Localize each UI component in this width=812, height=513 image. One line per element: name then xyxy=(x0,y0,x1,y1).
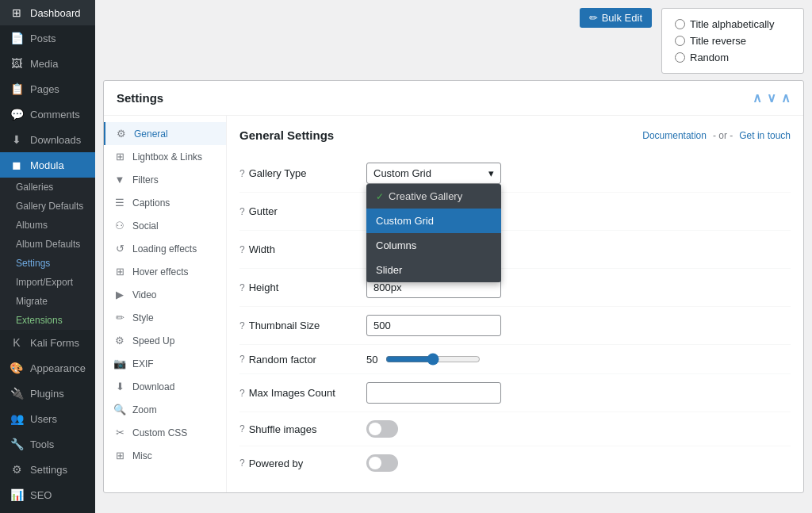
nav-misc-label: Misc xyxy=(132,450,152,461)
radio-title-reverse[interactable]: Title reverse xyxy=(675,35,791,47)
submenu-galleries[interactable]: Galleries xyxy=(0,178,95,197)
gutter-label-text: Gutter xyxy=(249,205,278,217)
radio-title-alpha-input[interactable] xyxy=(675,19,685,29)
powered-by-toggle[interactable] xyxy=(366,454,398,472)
radio-random[interactable]: Random xyxy=(675,52,791,63)
nav-hover[interactable]: ⊞ Hover effects xyxy=(104,260,226,283)
nav-speed[interactable]: ⚙ Speed Up xyxy=(104,329,226,352)
random-factor-help-icon[interactable]: ? xyxy=(239,354,245,365)
users-icon: 👥 xyxy=(10,412,24,425)
random-factor-slider-container: 50 xyxy=(366,353,481,366)
gallery-type-dropdown-menu: ✓ Creative Gallery Custom Grid Columns S… xyxy=(366,184,501,282)
radio-title-alpha-label: Title alphabetically xyxy=(690,18,774,30)
sidebar-item-settings[interactable]: ⚙ Settings xyxy=(0,457,95,482)
shuffle-images-label: ? Shuffle images xyxy=(239,423,366,435)
bulk-edit-button[interactable]: ✏ Bulk Edit xyxy=(580,8,652,28)
settings-content: General Settings Documentation - or - Ge… xyxy=(227,116,803,492)
dropdown-slider[interactable]: Slider xyxy=(366,258,501,282)
misc-icon: ⊞ xyxy=(113,450,126,461)
nav-captions[interactable]: ☰ Captions xyxy=(104,191,226,214)
custom-css-icon: ✂ xyxy=(113,427,126,438)
get-in-touch-link[interactable]: Get in touch xyxy=(739,130,791,141)
sidebar-item-modula[interactable]: ◼ Modula xyxy=(0,152,95,178)
powered-by-help-icon[interactable]: ? xyxy=(239,457,245,469)
nav-download[interactable]: ⬇ Download xyxy=(104,375,226,398)
seo-icon: 📊 xyxy=(10,488,24,501)
settings-label: Settings xyxy=(16,258,50,269)
download-icon: ⬇ xyxy=(113,381,126,392)
radio-random-input[interactable] xyxy=(675,52,685,63)
seo-label: SEO xyxy=(30,489,52,501)
chevron-down-icon[interactable]: ∨ xyxy=(767,90,776,105)
sidebar-item-kali-forms[interactable]: K Kali Forms xyxy=(0,330,95,355)
max-images-help-icon[interactable]: ? xyxy=(239,388,245,399)
nav-social-label: Social xyxy=(132,220,159,232)
random-factor-slider[interactable] xyxy=(385,353,481,366)
extensions-label: Extensions xyxy=(16,315,63,326)
sidebar-item-users[interactable]: 👥 Users xyxy=(0,406,95,431)
submenu-import-export[interactable]: Import/Export xyxy=(0,273,95,292)
settings-main-icon: ⚙ xyxy=(10,463,24,476)
sidebar-item-pages[interactable]: 📋 Pages xyxy=(0,76,95,101)
nav-social[interactable]: ⚇ Social xyxy=(104,214,226,237)
dropdown-columns[interactable]: Columns xyxy=(366,233,501,258)
radio-title-reverse-input[interactable] xyxy=(675,36,685,46)
sidebar-item-dashboard[interactable]: ⊞ Dashboard xyxy=(0,0,95,25)
nav-lightbox[interactable]: ⊞ Lightbox & Links xyxy=(104,145,226,168)
expand-icon[interactable]: ∧ xyxy=(781,90,791,105)
sidebar-label-dashboard: Dashboard xyxy=(30,7,81,19)
sidebar-item-appearance[interactable]: 🎨 Appearance xyxy=(0,355,95,381)
posts-icon: 📄 xyxy=(10,32,24,44)
width-help-icon[interactable]: ? xyxy=(239,244,245,255)
random-factor-value: 50 xyxy=(366,354,377,366)
sidebar-item-seo[interactable]: 📊 SEO xyxy=(0,482,95,507)
radio-title-alpha[interactable]: Title alphabetically xyxy=(675,18,791,30)
gutter-help-icon[interactable]: ? xyxy=(239,206,245,217)
nav-loading[interactable]: ↺ Loading effects xyxy=(104,237,226,260)
nav-filters[interactable]: ▼ Filters xyxy=(104,168,226,191)
sidebar-item-tools[interactable]: 🔧 Tools xyxy=(0,431,95,457)
max-images-label: ? Max Images Count xyxy=(239,387,366,399)
sidebar-item-downloads[interactable]: ⬇ Downloads xyxy=(0,127,95,152)
nav-zoom[interactable]: 🔍 Zoom xyxy=(104,398,226,421)
nav-filters-label: Filters xyxy=(132,174,159,186)
sidebar-item-comments[interactable]: 💬 Comments xyxy=(0,101,95,127)
dropdown-creative-gallery[interactable]: ✓ Creative Gallery xyxy=(366,184,501,209)
sidebar-item-litespeed[interactable]: ⚡ LiteSpeed Cache xyxy=(0,507,95,513)
sidebar-item-posts[interactable]: 📄 Posts xyxy=(0,25,95,51)
submenu-albums[interactable]: Albums xyxy=(0,216,95,235)
gallery-type-label-text: Gallery Type xyxy=(249,167,307,179)
sidebar-item-plugins[interactable]: 🔌 Plugins xyxy=(0,381,95,406)
submenu-album-defaults[interactable]: Album Defaults xyxy=(0,235,95,254)
chevron-up-icon[interactable]: ∧ xyxy=(753,90,762,105)
shuffle-help-icon[interactable]: ? xyxy=(239,423,245,435)
nav-style[interactable]: ✏ Style xyxy=(104,306,226,329)
comments-icon: 💬 xyxy=(10,108,24,121)
sort-options-panel: Title alphabetically Title reverse Rando… xyxy=(661,8,804,74)
settings-nav: ⚙ General ⊞ Lightbox & Links ▼ Filters ☰… xyxy=(104,116,227,492)
modula-submenu: Galleries Gallery Defaults Albums Album … xyxy=(0,178,95,330)
thumbnail-size-input[interactable] xyxy=(366,315,501,336)
documentation-link[interactable]: Documentation xyxy=(642,130,707,141)
height-label: ? Height xyxy=(239,281,366,293)
shuffle-images-toggle[interactable] xyxy=(366,420,398,438)
gallery-type-help-icon[interactable]: ? xyxy=(239,168,245,179)
max-images-input[interactable] xyxy=(366,382,501,404)
sidebar-item-media[interactable]: 🖼 Media xyxy=(0,51,95,76)
submenu-extensions[interactable]: Extensions xyxy=(0,311,95,330)
check-icon: ✓ xyxy=(376,191,384,202)
album-defaults-label: Album Defaults xyxy=(16,239,80,250)
nav-custom-css[interactable]: ✂ Custom CSS xyxy=(104,421,226,444)
appearance-icon: 🎨 xyxy=(10,362,24,374)
submenu-settings[interactable]: Settings xyxy=(0,254,95,273)
nav-video[interactable]: ▶ Video xyxy=(104,283,226,306)
height-help-icon[interactable]: ? xyxy=(239,282,245,293)
thumbnail-help-icon[interactable]: ? xyxy=(239,320,245,331)
nav-misc[interactable]: ⊞ Misc xyxy=(104,444,226,467)
gallery-type-dropdown-trigger[interactable]: Custom Grid ▾ xyxy=(366,163,501,184)
nav-general[interactable]: ⚙ General xyxy=(104,122,226,145)
submenu-migrate[interactable]: Migrate xyxy=(0,292,95,311)
dropdown-custom-grid[interactable]: Custom Grid xyxy=(366,209,501,233)
submenu-gallery-defaults[interactable]: Gallery Defaults xyxy=(0,197,95,216)
nav-exif[interactable]: 📷 EXIF xyxy=(104,352,226,375)
